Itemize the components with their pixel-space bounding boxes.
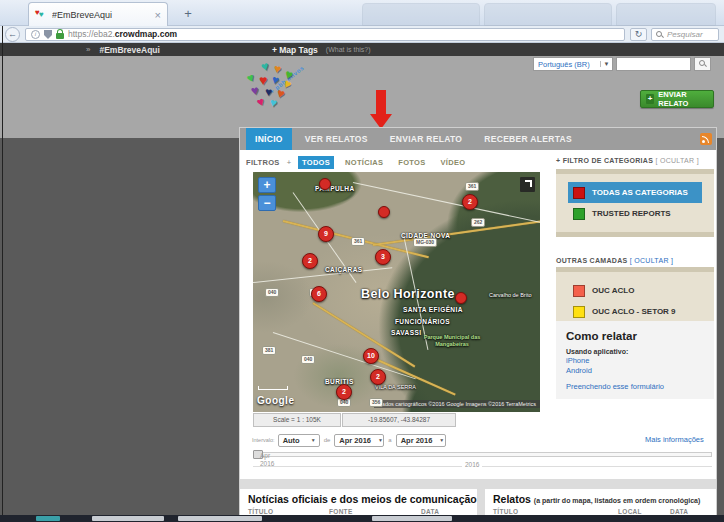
- location-field[interactable]: i https://eba2.crowdmap.com: [25, 28, 625, 41]
- report-marker[interactable]: [455, 292, 467, 304]
- report-marker[interactable]: 2: [370, 369, 386, 385]
- page-info-icon[interactable]: i: [31, 30, 40, 39]
- news-column-headers: TÍTULOFONTEDATA: [240, 507, 477, 515]
- more-info-link[interactable]: Mais informações: [645, 435, 704, 444]
- timeline-track[interactable]: [253, 452, 712, 457]
- chevron-down-icon: ▼: [308, 437, 319, 443]
- taskbar-button[interactable]: [372, 516, 452, 521]
- taskbar-button[interactable]: [178, 516, 262, 521]
- category-swatch: [573, 187, 585, 199]
- filter-item-3[interactable]: VÍDEO: [437, 156, 470, 169]
- map-label: Belo Horizonte: [361, 287, 455, 301]
- main-nav: INÍCIOVER RELATOSENVIAR RELATORECEBER AL…: [240, 128, 716, 150]
- map-zoom-out-button[interactable]: −: [258, 195, 276, 211]
- reports-section: Relatos (a partir do mapa, listados em o…: [485, 489, 716, 515]
- road-shield: 040: [301, 355, 315, 364]
- map-label: SANTA EFIGÊNIA: [403, 306, 463, 313]
- road-line: [253, 267, 392, 283]
- filter-item-2[interactable]: FOTOS: [394, 156, 429, 169]
- report-marker[interactable]: 9: [318, 226, 334, 242]
- toolbar-what-is-this[interactable]: (What is this?): [326, 46, 371, 53]
- android-link[interactable]: Android: [566, 366, 704, 376]
- secure-lock-icon: [56, 33, 64, 39]
- reload-button[interactable]: ↻: [630, 28, 647, 41]
- road-shield: 361: [465, 182, 479, 191]
- road-shield: MG-030: [413, 238, 437, 247]
- category-row[interactable]: TRUSTED REPORTS: [568, 203, 702, 224]
- category-label: OUC ACLO: [592, 286, 634, 295]
- ghost-tab[interactable]: [616, 3, 716, 26]
- interval-label: Intervalo:: [252, 437, 275, 443]
- toolbar-site-label[interactable]: #EmBreveAqui: [99, 45, 159, 55]
- map-fullscreen-button[interactable]: [520, 177, 535, 192]
- map-label: SAVASSI: [391, 329, 421, 336]
- tab-close-icon[interactable]: ×: [155, 9, 161, 21]
- ghost-tab[interactable]: [484, 3, 612, 26]
- filter-item-1[interactable]: NOTÍCIAS: [341, 156, 387, 169]
- section-divider: [240, 479, 716, 489]
- category-row[interactable]: TODAS AS CATEGORIAS: [568, 182, 702, 203]
- using-app-label: Usando aplicativo:: [566, 348, 704, 355]
- column-header: LOCAL: [618, 508, 670, 515]
- site-search-button[interactable]: [694, 57, 711, 71]
- rss-icon[interactable]: [700, 133, 712, 145]
- report-marker[interactable]: [378, 206, 390, 218]
- url-text: https://eba2.crowdmap.com: [68, 29, 177, 40]
- language-select[interactable]: Português (BR) ▼: [533, 57, 613, 71]
- browser-tab[interactable]: ♥ ♥ #EmBreveAqui ×: [28, 2, 168, 26]
- report-marker[interactable]: 2: [336, 384, 352, 400]
- timeline-axis-start: Apr2016: [260, 452, 274, 468]
- report-marker[interactable]: 6: [311, 286, 327, 302]
- category-swatch: [573, 306, 585, 318]
- map-zoom-in-button[interactable]: +: [258, 177, 276, 193]
- from-label: de: [324, 437, 331, 443]
- map[interactable]: + − Google Dados cartográficos ©2016 Goo…: [253, 172, 540, 412]
- filter-items: TODOSNOTÍCIASFOTOSVÍDEO: [298, 156, 469, 169]
- taskbar-button[interactable]: [36, 516, 60, 521]
- category-hide-toggle[interactable]: [ OCULTAR ]: [655, 157, 699, 164]
- from-date-select[interactable]: Apr 2016▼: [334, 434, 384, 447]
- chevrons-icon[interactable]: »: [86, 45, 90, 54]
- filters-plus-icon[interactable]: +: [287, 158, 291, 167]
- layers-hide-toggle[interactable]: [ OCULTAR ]: [630, 257, 674, 264]
- browser-search-box[interactable]: Pesquisar: [651, 28, 719, 41]
- nav-tab-0[interactable]: INÍCIO: [246, 128, 292, 150]
- map-attribution: Dados cartográficos ©2016 Google Imagens…: [374, 400, 540, 408]
- nav-tab-3[interactable]: RECEBER ALERTAS: [475, 128, 581, 150]
- category-row[interactable]: OUC ACLO - SETOR 9: [568, 301, 702, 322]
- screen: ♥ ♥ #EmBreveAqui × + ← i https://eba2.cr…: [0, 0, 724, 522]
- reports-title: Relatos (a partir do mapa, listados em o…: [485, 489, 716, 507]
- report-marker[interactable]: 3: [375, 249, 391, 265]
- road-shield: 262: [471, 218, 485, 227]
- taskbar-button[interactable]: [92, 516, 164, 521]
- form-link[interactable]: Preenchendo esse formulário: [566, 382, 704, 392]
- filter-item-0[interactable]: TODOS: [298, 156, 334, 169]
- nav-tab-2[interactable]: ENVIAR RELATO: [381, 128, 472, 150]
- category-row[interactable]: OUC ACLO: [568, 280, 702, 301]
- report-marker[interactable]: 2: [302, 253, 318, 269]
- to-date-select[interactable]: Apr 2016▼: [396, 434, 446, 447]
- site-search-input[interactable]: [616, 57, 691, 71]
- back-button[interactable]: ←: [5, 27, 20, 42]
- road-line: [353, 182, 540, 225]
- nav-tab-1[interactable]: VER RELATOS: [296, 128, 377, 150]
- map-label: Carvalho de Brito: [489, 292, 532, 298]
- enviar-relato-button[interactable]: + ENVIAR RELATO: [640, 90, 714, 108]
- column-header: FONTE: [329, 508, 421, 515]
- logo-heart-icon: ♥: [269, 96, 278, 109]
- timeline-axis: [253, 466, 712, 467]
- iphone-link[interactable]: iPhone: [566, 356, 704, 366]
- interval-select[interactable]: Auto▼: [278, 434, 320, 447]
- report-marker[interactable]: 2: [462, 194, 478, 210]
- ghost-tab[interactable]: [362, 3, 480, 26]
- report-marker[interactable]: [319, 178, 331, 190]
- other-layers-header: OUTRAS CAMADAS [ OCULTAR ]: [556, 257, 673, 264]
- new-tab-button[interactable]: +: [178, 5, 198, 23]
- site-logo[interactable]: + pbh ativos ♥♥♥♥♥♥♥♥♥♥♥♥: [243, 60, 315, 118]
- toolbar-map-tags[interactable]: + Map Tags: [272, 45, 318, 55]
- column-header: TÍTULO: [248, 508, 329, 515]
- report-marker[interactable]: 10: [363, 348, 379, 364]
- column-header: DATA: [421, 508, 469, 515]
- tracking-shield-icon[interactable]: [44, 30, 52, 39]
- window-edge: [2, 26, 3, 522]
